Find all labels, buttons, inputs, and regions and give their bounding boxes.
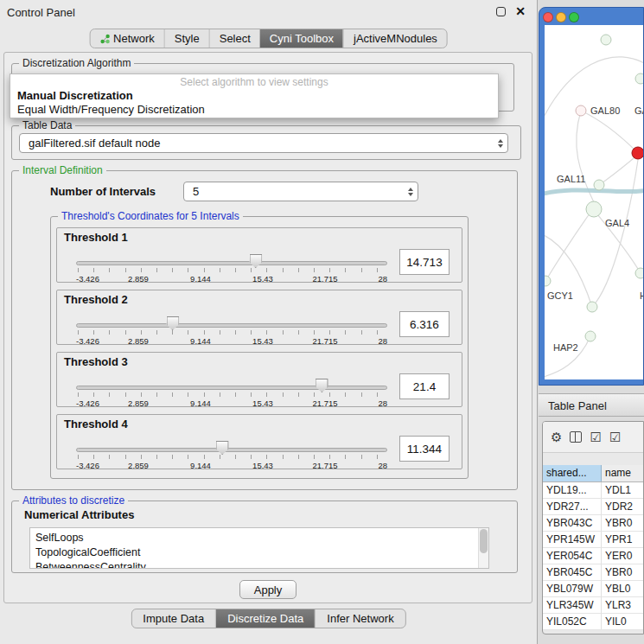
tab-select[interactable]: Select (209, 29, 260, 48)
scale-label: 21.715 (312, 274, 337, 284)
apply-button[interactable]: Apply (239, 580, 296, 599)
slider-thumb[interactable] (216, 441, 229, 455)
table-row[interactable]: YBR045CYBR0 (543, 564, 643, 581)
slider-scale: -3.426 2.859 9.144 15.43 21.715 28 (76, 461, 387, 470)
attributes-scrollbar[interactable] (478, 528, 488, 568)
tab-label: Style (175, 32, 200, 45)
list-item[interactable]: BetweennessCentrality (35, 560, 488, 569)
slider-track[interactable] (76, 323, 387, 328)
scale-label: -3.426 (76, 274, 99, 284)
columns-icon[interactable] (570, 431, 582, 443)
scale-label: 21.715 (312, 461, 337, 470)
threshold-label: Threshold 4 (64, 418, 128, 430)
slider-track[interactable] (76, 448, 387, 452)
table-row[interactable]: YER054CYER0 (543, 548, 643, 564)
node-gcy1[interactable] (545, 276, 551, 286)
number-of-intervals-label: Number of Intervals (50, 185, 156, 198)
tab-cyni-toolbox[interactable]: Cyni Toolbox (260, 29, 343, 48)
cell: YBL079W (543, 581, 602, 596)
slider-thumb[interactable] (249, 254, 262, 268)
cell: YBL0 (602, 581, 643, 596)
gear-icon[interactable]: ⚙ (551, 430, 562, 443)
threshold-2-slider[interactable]: -3.426 2.859 9.144 15.43 21.715 28 (76, 313, 387, 344)
select-none-icon[interactable]: ☑ (609, 430, 621, 443)
numerical-attributes-list: SelfLoops TopologicalCoefficient Between… (29, 527, 489, 569)
slider-thumb[interactable] (166, 316, 179, 330)
threshold-3-value-field[interactable]: 21.4 (399, 373, 450, 399)
node-gal4[interactable] (586, 201, 602, 217)
tab-network[interactable]: Network (90, 29, 164, 48)
slider-track[interactable] (76, 261, 387, 265)
node[interactable] (635, 73, 643, 84)
node-hap2[interactable] (585, 331, 596, 341)
table-panel-titlebar: Table Panel (539, 393, 644, 417)
window-controls (543, 12, 579, 22)
node-gal80[interactable] (576, 105, 586, 116)
node-gal11[interactable] (594, 180, 604, 190)
scale-label: 9.144 (190, 336, 211, 346)
table-row[interactable]: YBR043CYBR0 (543, 515, 643, 532)
table-data-combo[interactable]: galFiltered.sif default node (19, 133, 508, 153)
node-label: GCY1 (547, 290, 573, 301)
table-row[interactable]: YDL19...YDL1 (543, 482, 643, 499)
scale-label: 9.144 (190, 399, 211, 408)
scrollbar-thumb[interactable] (480, 529, 488, 553)
threshold-2-box: Threshold 2 -3.426 2.859 9.144 15.43 21.… (56, 290, 462, 345)
thresholds-group: Threshold's Coordinates for 5 Intervals … (50, 216, 469, 479)
dropdown-option-manual-discretization[interactable]: Manual Discretization (10, 88, 498, 102)
slider-ticks (78, 268, 386, 272)
cell: YDL1 (602, 482, 643, 498)
slider-ticks (78, 330, 386, 335)
select-all-icon[interactable]: ☑ (590, 430, 601, 443)
combo-stepper-icon (498, 139, 503, 148)
threshold-1-value-field[interactable]: 14.713 (399, 249, 450, 275)
zoom-traffic-light-icon[interactable] (569, 12, 579, 22)
cell: YER054C (543, 548, 602, 564)
scale-label: 28 (378, 461, 387, 470)
column-header-name[interactable]: name (602, 465, 643, 481)
tab-style[interactable]: Style (164, 29, 209, 48)
number-of-intervals-combo[interactable]: 5 (183, 182, 418, 201)
minimize-traffic-light-icon[interactable] (556, 12, 566, 22)
table-row[interactable]: YBL079WYBL0 (543, 581, 643, 597)
interval-definition-group: Interval Definition Number of Intervals … (11, 170, 518, 490)
list-item[interactable]: TopologicalCoefficient (35, 545, 488, 560)
table-row[interactable]: YIL052CYIL0 (543, 614, 643, 630)
close-icon[interactable]: ✕ (515, 4, 526, 18)
tab-jactivemnodules[interactable]: jActiveMNodules (343, 29, 447, 48)
table-header-row: shared... name (543, 465, 643, 482)
threshold-4-slider[interactable]: -3.426 2.859 9.144 15.43 21.715 28 (76, 437, 387, 469)
float-window-icon[interactable] (496, 7, 506, 16)
node[interactable] (635, 268, 643, 278)
table-row[interactable]: YDR27...YDR2 (543, 499, 643, 515)
node-label: HAP2 (553, 342, 578, 353)
threshold-1-slider[interactable]: -3.426 2.859 9.144 15.43 21.715 28 (76, 251, 387, 282)
close-traffic-light-icon[interactable] (543, 12, 553, 22)
top-tab-bar: Network Style Select Cyni Toolbox jActiv… (89, 29, 448, 48)
tab-label: Cyni Toolbox (270, 32, 334, 45)
tab-impute-data[interactable]: Impute Data (131, 609, 215, 628)
threshold-3-slider[interactable]: -3.426 2.859 9.144 15.43 21.715 28 (76, 375, 387, 406)
scale-label: 28 (378, 399, 387, 408)
scale-label: 9.144 (190, 274, 211, 284)
slider-track[interactable] (76, 386, 387, 390)
threshold-2-value-field[interactable]: 6.316 (399, 311, 450, 337)
network-canvas[interactable]: GAL80 GA GAL11 GAL4 GCY1 H HAP2 (545, 25, 643, 379)
group-title: Interval Definition (19, 164, 106, 176)
selected-red-node[interactable] (632, 147, 643, 159)
slider-thumb[interactable] (316, 379, 328, 392)
scale-label: 21.715 (312, 399, 337, 408)
column-header-shared-name[interactable]: shared... (543, 465, 602, 481)
table-row[interactable]: YLR345WYLR3 (543, 597, 643, 614)
node[interactable] (601, 35, 611, 45)
dropdown-option-equal-width-frequency[interactable]: Equal Width/Frequency Discretization (10, 102, 498, 116)
table-toolbar: ⚙ ☑ ☑ (543, 422, 643, 453)
threshold-4-value-field[interactable]: 11.344 (399, 436, 450, 462)
list-item[interactable]: SelfLoops (35, 531, 488, 545)
scale-label: 2.859 (128, 399, 149, 408)
tab-discretize-data[interactable]: Discretize Data (215, 609, 315, 628)
tab-infer-network[interactable]: Infer Network (315, 609, 405, 628)
node[interactable] (587, 302, 597, 312)
table-row[interactable]: YPR145WYPR1 (543, 532, 643, 548)
cell: YLR345W (543, 597, 602, 613)
